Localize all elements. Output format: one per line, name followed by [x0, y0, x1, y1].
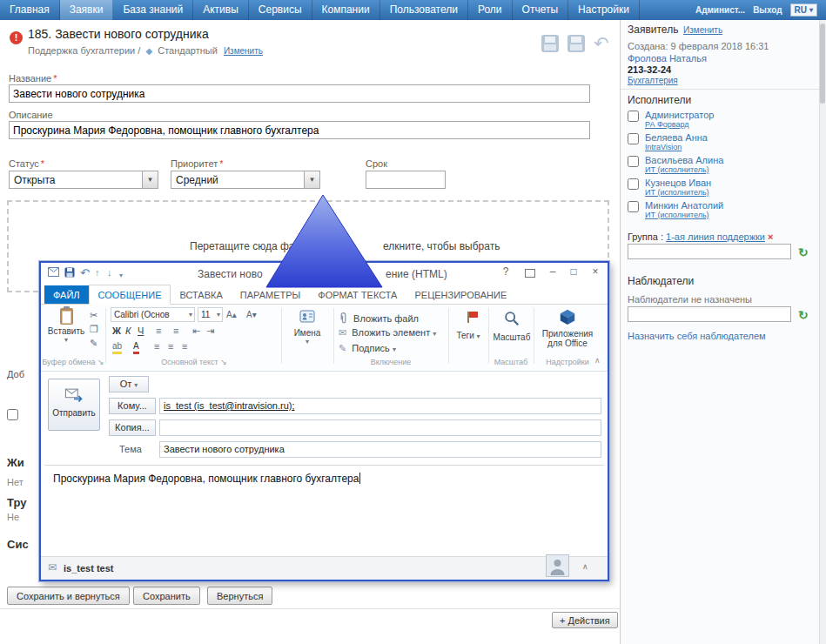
executor-company-link[interactable]: РА Форвард [645, 120, 689, 129]
save-and-return-button[interactable]: Сохранить и вернуться [7, 587, 130, 605]
applicant-department-link[interactable]: Бухгалтерия [628, 76, 678, 85]
to-field[interactable]: is_test (is_test@intravision.ru); [159, 398, 601, 414]
nav-tab-servisy[interactable]: Сервисы [249, 0, 312, 20]
tab-insert[interactable]: ВСТАВКА [171, 285, 231, 304]
copy-button[interactable]: ❐ [90, 324, 98, 334]
executor-checkbox[interactable] [628, 111, 639, 122]
tags-button[interactable]: Теги ▾ [452, 312, 485, 340]
qat-customize-icon[interactable]: ▾ [119, 270, 123, 281]
font-color-button[interactable]: А [133, 341, 139, 354]
executor-checkbox[interactable] [628, 133, 639, 144]
hidden-checkbox[interactable] [7, 409, 18, 420]
executor-checkbox[interactable] [628, 178, 639, 190]
qat-previous-item-icon[interactable]: ↑ [95, 267, 100, 278]
pin-window-icon[interactable] [525, 269, 535, 278]
description-input[interactable] [9, 121, 590, 139]
remove-group-icon[interactable]: × [768, 231, 773, 242]
nav-tab-aktivy[interactable]: Активы [193, 0, 249, 20]
executor-name-link[interactable]: Минкин Анатолий [645, 200, 723, 211]
subject-field[interactable]: Завести нового сотрудника [159, 441, 601, 458]
qat-undo-icon[interactable]: ↶ [80, 267, 90, 278]
language-selector[interactable]: RU ▾ [790, 3, 817, 17]
font-name-combo[interactable]: Calibri (Основ ▾ [111, 307, 195, 322]
help-button[interactable]: ? [496, 265, 515, 278]
zoom-button[interactable]: Масштаб [492, 310, 532, 342]
minimize-button[interactable]: – [543, 265, 562, 278]
to-recipient[interactable]: is_test (is_test@intravision.ru); [164, 400, 295, 411]
increase-indent-button[interactable]: ⇥ [206, 325, 214, 336]
tab-message[interactable]: СООБЩЕНИЕ [89, 285, 171, 305]
tab-review[interactable]: РЕЦЕНЗИРОВАНИЕ [406, 285, 515, 304]
highlight-color-button[interactable]: ab [112, 341, 122, 354]
save-button[interactable]: Сохранить [133, 587, 200, 605]
from-button[interactable]: От ▾ [109, 376, 149, 392]
executor-name-link[interactable]: Васильева Алина [645, 155, 723, 165]
nav-tab-roli[interactable]: Роли [468, 0, 513, 20]
actions-button[interactable]: + Действия [552, 612, 618, 628]
executor-name-link[interactable]: Кузнецов Иван [645, 178, 711, 188]
align-left-button[interactable]: ≡ [154, 341, 159, 352]
italic-button[interactable]: К [125, 325, 131, 336]
return-button[interactable]: Вернуться [207, 587, 272, 605]
collapse-ribbon-icon[interactable]: ∧ [594, 355, 601, 366]
paste-button[interactable]: Вставить ▾ [46, 308, 86, 344]
decrease-indent-button[interactable]: ⇤ [192, 325, 200, 336]
nav-tab-nastroyki[interactable]: Настройки [568, 0, 640, 20]
signature-button[interactable]: ✎ Подпись ▾ [339, 343, 396, 354]
applicant-edit-link[interactable]: Изменить [683, 25, 722, 35]
font-size-combo[interactable]: 11 ▾ [198, 307, 223, 322]
office-apps-button[interactable]: Приложения для Office [537, 308, 598, 348]
qat-save-icon[interactable] [64, 267, 75, 280]
watcher-search-input[interactable] [628, 306, 791, 322]
executor-company-link[interactable]: ИТ (исполнитель) [645, 211, 709, 219]
nav-tab-zayavki[interactable]: Заявки [60, 0, 114, 20]
nav-tab-baza-znaniy[interactable]: База знаний [113, 0, 193, 20]
logout-link[interactable]: Выход [753, 5, 782, 15]
executor-name-link[interactable]: Администратор [645, 110, 714, 120]
dialog-launcher-icon[interactable]: ↘ [97, 358, 104, 366]
current-user-link[interactable]: Админист... [695, 5, 745, 15]
assign-self-watcher-link[interactable]: Назначить себя наблюдателем [628, 331, 766, 341]
nav-tab-glavnaya[interactable]: Главная [0, 0, 60, 20]
tab-file[interactable]: ФАЙЛ [44, 285, 89, 304]
save-icon[interactable] [541, 35, 559, 52]
refresh-executors-icon[interactable]: ↻ [798, 246, 809, 258]
attach-item-button[interactable]: ✉ Вложить элемент ▾ [339, 327, 436, 339]
due-input[interactable] [366, 171, 446, 189]
maximize-button[interactable]: □ [564, 265, 583, 278]
refresh-watchers-icon[interactable]: ↻ [798, 309, 809, 321]
numbered-list-button[interactable]: ≡ [173, 325, 178, 336]
message-body[interactable]: Проскурина Мария Федоровна, помощник гла… [44, 465, 604, 557]
executor-company-link[interactable]: ИТ (исполнитель) [645, 165, 709, 174]
names-button[interactable]: Имена ▾ [286, 310, 328, 345]
shrink-font-button[interactable]: А▾ [246, 310, 257, 320]
attach-file-button[interactable]: Вложить файл [339, 312, 419, 326]
cut-button[interactable]: ✂ [90, 310, 97, 320]
statusbar-user[interactable]: is_test test [64, 563, 113, 574]
collapse-people-pane-icon[interactable]: ∧ [582, 562, 588, 571]
close-button[interactable]: × [586, 265, 605, 278]
executor-company-link[interactable]: ИТ (исполнитель) [645, 188, 709, 197]
nav-tab-polzovateli[interactable]: Пользователи [380, 0, 468, 20]
format-painter-button[interactable]: ✎ [90, 338, 97, 348]
bold-button[interactable]: Ж [112, 325, 121, 336]
executor-checkbox[interactable] [628, 156, 639, 167]
to-button[interactable]: Кому... [109, 398, 156, 414]
save-and-return-icon[interactable] [567, 35, 585, 52]
applicant-name-link[interactable]: Фролова Наталья [628, 53, 707, 64]
status-select[interactable]: Открыта ▾ [9, 171, 158, 189]
scrollbar-thumb[interactable] [820, 23, 825, 104]
align-right-button[interactable]: ≡ [182, 341, 187, 352]
change-type-link[interactable]: Изменить [224, 46, 263, 56]
nav-tab-kompanii[interactable]: Компании [312, 0, 380, 20]
bullet-list-button[interactable]: ≡ [156, 325, 161, 336]
name-input[interactable] [9, 84, 590, 103]
nav-tab-otchety[interactable]: Отчеты [513, 0, 568, 20]
grow-font-button[interactable]: А▴ [226, 310, 237, 320]
page-scrollbar[interactable] [819, 20, 826, 644]
cc-button[interactable]: Копия... [109, 419, 156, 436]
priority-select[interactable]: Средний ▾ [171, 171, 320, 189]
send-button[interactable]: Отправить [48, 379, 100, 431]
executor-search-input[interactable] [628, 244, 791, 259]
qat-next-item-icon[interactable]: ↓ [107, 267, 112, 278]
